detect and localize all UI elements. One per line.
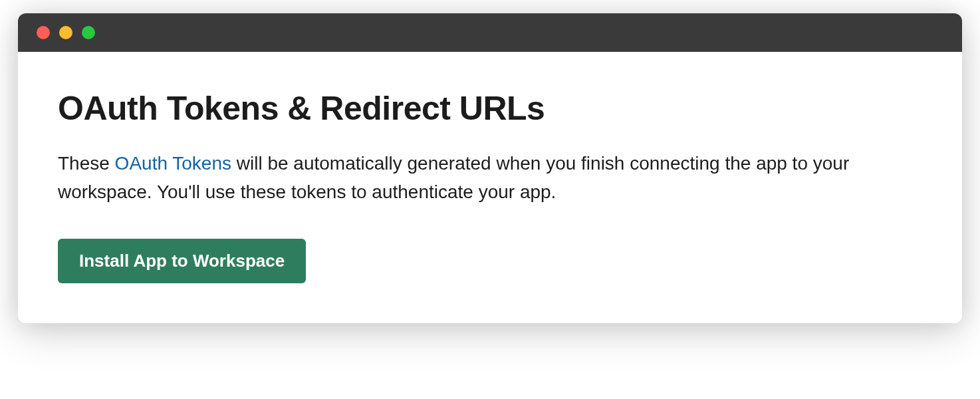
maximize-icon[interactable] (82, 26, 95, 39)
close-icon[interactable] (37, 26, 50, 39)
page-title: OAuth Tokens & Redirect URLs (58, 89, 922, 128)
install-app-button[interactable]: Install App to Workspace (58, 239, 306, 283)
minimize-icon[interactable] (59, 26, 72, 39)
app-window: OAuth Tokens & Redirect URLs These OAuth… (18, 13, 962, 323)
window-content: OAuth Tokens & Redirect URLs These OAuth… (18, 52, 962, 323)
page-description: These OAuth Tokens will be automatically… (58, 149, 922, 207)
window-titlebar (18, 13, 962, 52)
description-text-before: These (58, 153, 115, 174)
oauth-tokens-link[interactable]: OAuth Tokens (115, 153, 231, 174)
